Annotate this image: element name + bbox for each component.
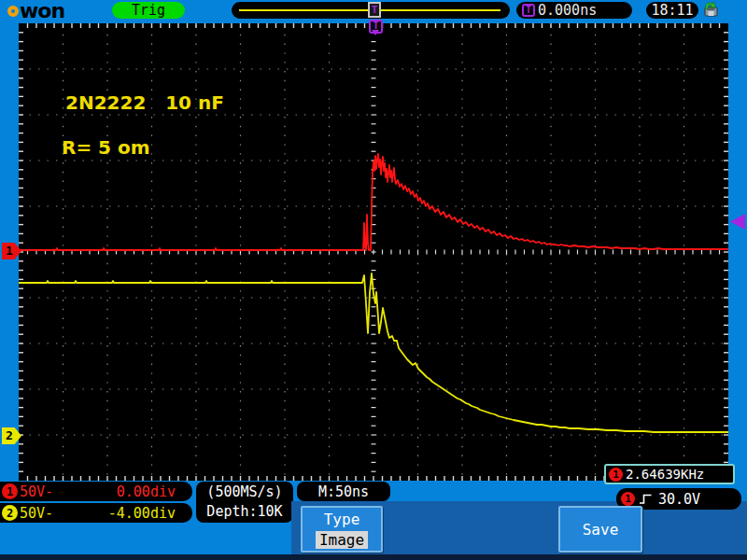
ch2-scale: 50V-: [20, 505, 53, 522]
type-button[interactable]: Type Image: [301, 506, 383, 553]
type-button-value: Image: [316, 531, 368, 549]
trigger-source-badge-icon: 1: [621, 492, 635, 506]
trigger-time-value: 0.000ns: [538, 2, 597, 19]
memory-depth: Depth:10K: [206, 502, 282, 522]
trigger-level-arrow-icon[interactable]: [730, 214, 745, 230]
type-button-label: Type: [324, 511, 360, 528]
rising-edge-icon: [639, 492, 655, 506]
frequency-value: 2.64639KHz: [626, 467, 704, 482]
timebase-status: M:50ns: [297, 482, 390, 501]
annotation-resistor: R= 5 om: [62, 136, 150, 159]
ch2-offset: -4.00div: [108, 505, 176, 522]
frequency-counter: 1 2.64639KHz: [604, 464, 735, 484]
annotation-device: 2N2222 10 nF: [65, 91, 224, 114]
owon-logo: won: [7, 0, 64, 22]
trigger-level-value: 30.0V: [658, 491, 700, 508]
trigger-time-display: T 0.000ns: [516, 2, 632, 19]
horizontal-position-bar: T: [232, 2, 510, 19]
bottom-strip: [0, 554, 747, 560]
trigger-status-badge: Trig: [112, 2, 185, 19]
horizontal-position-marker[interactable]: T: [368, 2, 381, 18]
sample-rate: (500MS/s): [206, 483, 282, 502]
save-button-label: Save: [583, 521, 619, 539]
oscilloscope-screen: won Trig T T 0.000ns 18:11 2N2222 10 nF …: [0, 0, 747, 560]
ch1-scale: 50V-: [20, 483, 53, 500]
trigger-t-icon: T: [522, 4, 535, 17]
channel-1-badge-icon: 1: [609, 468, 623, 482]
ch1-offset: 0.00div: [117, 483, 176, 500]
save-button[interactable]: Save: [558, 506, 642, 553]
trigger-position-marker[interactable]: T: [369, 20, 383, 34]
ch1-status: 1 50V- 0.00div: [0, 482, 192, 501]
ch2-status: 2 50V- -4.00div: [0, 503, 192, 523]
owon-logo-ring-icon: [7, 6, 19, 17]
ch1-badge-icon: 1: [2, 483, 18, 499]
usb-save-icon: [701, 1, 720, 18]
ch2-badge-icon: 2: [2, 505, 18, 521]
owon-logo-text: won: [20, 2, 64, 21]
graticule: 2N2222 10 nF R= 5 om T 1 2.64639KHz: [19, 23, 728, 481]
clock: 18:11: [646, 2, 698, 19]
acquisition-status: (500MS/s) Depth:10K: [196, 482, 293, 523]
